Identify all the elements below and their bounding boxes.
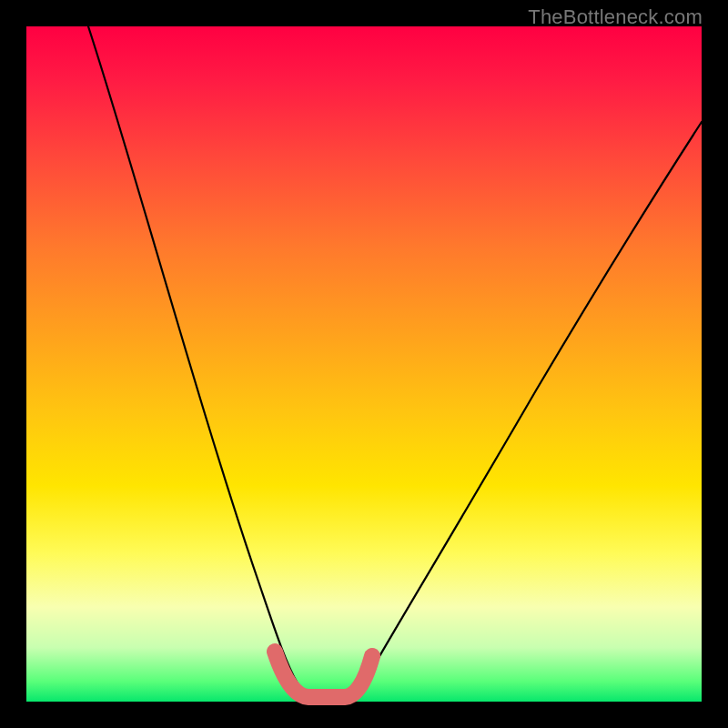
chart-stage: TheBottleneck.com [0, 0, 728, 728]
plot-area [26, 26, 702, 702]
curve-svg [26, 26, 702, 702]
bottleneck-curve [88, 26, 702, 700]
valley-marker [275, 652, 372, 697]
